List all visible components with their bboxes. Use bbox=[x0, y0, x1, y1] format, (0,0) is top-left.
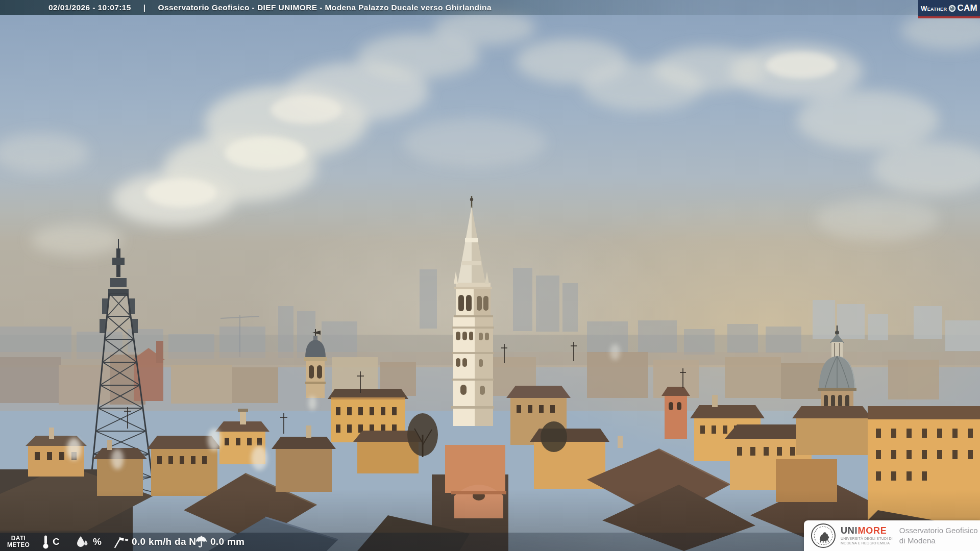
weathercam-brand-second: CAM bbox=[957, 3, 977, 13]
thermometer-icon bbox=[42, 535, 50, 549]
unimore-subtitle: UNIVERSITÀ DEGLI STUDI DI MODENA E REGGI… bbox=[841, 537, 893, 545]
observatory-name-line2: di Modena bbox=[899, 536, 978, 546]
webcam-frame: 02/01/2026 - 10:07:15 | Osservatorio Geo… bbox=[0, 0, 980, 551]
header-bar: 02/01/2026 - 10:07:15 | Osservatorio Geo… bbox=[0, 0, 980, 15]
humidity-icon bbox=[76, 535, 89, 548]
observatory-name: Osservatorio Geofisico di Modena bbox=[899, 525, 978, 546]
weathercam-brand-first: Weather bbox=[921, 5, 947, 12]
wind-value: 0.0 km/h da N bbox=[132, 533, 196, 551]
umbrella-icon bbox=[195, 535, 208, 548]
unimore-wordmark: UNIMORE UNIVERSITÀ DEGLI STUDI DI MODENA… bbox=[841, 526, 893, 545]
unimore-logo-box: UNIMORE UNIVERSITÀ DEGLI STUDI DI MODENA… bbox=[804, 520, 980, 551]
unimore-uni: UNI bbox=[841, 525, 857, 536]
unimore-subtitle-line2: MODENA E REGGIO EMILIA bbox=[841, 541, 893, 546]
webcam-photo bbox=[0, 0, 980, 551]
dati-meteo-line2: METEO bbox=[4, 542, 33, 548]
windsock-icon bbox=[112, 535, 130, 549]
unimore-more: MORE bbox=[857, 525, 887, 536]
weathercam-logo: Weather CAM bbox=[918, 0, 980, 18]
humidity-unit: % bbox=[93, 533, 102, 551]
logo-red-stripe bbox=[918, 16, 980, 18]
temperature-unit: C bbox=[53, 533, 60, 551]
dati-meteo-label: DATI METEO bbox=[4, 535, 33, 548]
camera-title: Osservatorio Geofisico - DIEF UNIMORE - … bbox=[158, 3, 492, 12]
timestamp: 02/01/2026 - 10:07:15 bbox=[48, 3, 131, 12]
rain-value: 0.0 mm bbox=[210, 533, 244, 551]
observatory-name-line1: Osservatorio Geofisico bbox=[899, 525, 978, 536]
unimore-crest-icon bbox=[811, 523, 836, 548]
unimore-subtitle-line1: UNIVERSITÀ DEGLI STUDI DI bbox=[841, 537, 893, 541]
camera-lens-icon bbox=[948, 5, 956, 12]
header-separator: | bbox=[143, 3, 146, 12]
